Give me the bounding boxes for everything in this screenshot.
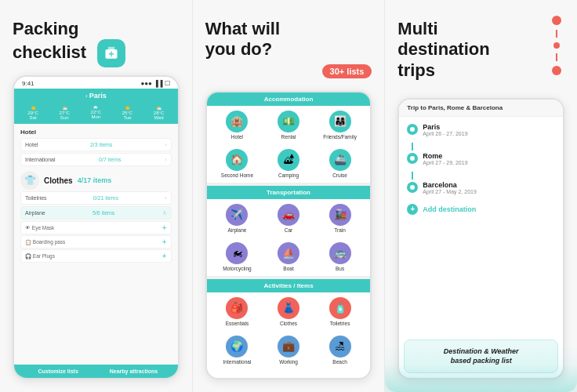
camping-icon: 🏕 [278,149,299,171]
rome-stop-icon [407,153,418,164]
hotel-item[interactable]: Hotel 2/3 items › [20,138,172,151]
rome-dates: April 27 - 29, 2019 [423,160,467,165]
grid-item-motorcycling[interactable]: 🏍 Motorcycling [213,242,262,271]
cruise-icon: 🚢 [329,149,351,171]
transportation-row-1: ✈️ Airplane 🚗 Car 🚂 Train [207,199,371,238]
trip-title: Trip to Paris, Rome & Barcelona [407,104,555,111]
nearby-attractions-button[interactable]: Nearby attractions [96,368,171,374]
second-home-icon: 🏠 [226,149,248,171]
grid-item-cruise[interactable]: 🚢 Cruise [316,149,365,178]
activities-row-1: 🎒 Essentials 👗 Clothes 🧴 Toiletries [207,292,371,331]
panel2-title-line2: you do? [205,39,273,59]
dot-top [552,16,561,25]
essentials-icon: 🎒 [226,297,248,319]
panel3-title-line3: trips [397,60,435,80]
grid-item-toiletries[interactable]: 🧴 Toiletries [316,297,365,326]
international-grid-icon: 🌍 [226,336,248,358]
status-time: 9:41 [22,80,34,87]
panel3-title: Multi destination trips [397,19,564,81]
customize-lists-button[interactable]: Customize lists [20,368,96,374]
panel-packing-checklist: Packing checklist 9:41 ●●● ▐▐ ☐ ‹ Paris [0,0,192,392]
grid-item-beach[interactable]: 🏖 Beach [316,336,365,365]
add-boarding-icon[interactable]: + [162,238,167,246]
panel-what-will-you-do: What will you do? 30+ lists Accommodatio… [192,0,385,392]
paris-name: Paris [423,123,467,131]
barcelona-stop-icon [407,182,418,193]
grid-item-bus[interactable]: 🚌 Bus [316,242,365,271]
phone-mockup-1: 9:41 ●●● ▐▐ ☐ ‹ Paris ☀️ 29°C Sat ⛅ 27°C… [13,75,180,379]
bus-icon: 🚌 [329,242,351,264]
weather-banner-text: Destination & Weatherbased packing list [412,347,550,366]
grid-item-hotel[interactable]: 🏨 Hotel [213,111,262,140]
trip-stop-paris[interactable]: Paris April 26 - 27, 2019 [407,123,555,136]
international-item[interactable]: International 0/7 items › [20,153,172,166]
panel3-title-line2: destination [397,39,489,59]
panel3-title-line1: Multi [397,19,437,38]
grid-item-airplane[interactable]: ✈️ Airplane [213,204,262,233]
trip-stop-rome[interactable]: Rome April 27 - 29, 2019 [407,152,555,165]
phone-footer: Customize lists Nearby attractions [14,365,178,378]
grid-item-friends[interactable]: 👨‍👩‍👧 Friends/Family [316,111,365,140]
accommodation-row-2: 🏠 Second Home 🏕 Camping 🚢 Cruise [207,144,371,183]
panel1-title-text: Packing [13,19,78,38]
lists-badge: 30+ lists [322,64,372,78]
hotel-icon: 🏨 [226,111,248,132]
weather-day-2: ⛅ 27°C Sun [59,105,69,120]
dot-line-2 [556,53,557,61]
train-icon: 🚂 [329,204,351,226]
trip-phone: Trip to Paris, Rome & Barcelona Paris Ap… [397,98,564,379]
clothes-grid-icon: 👗 [278,297,299,319]
boat-icon: ⛵ [278,242,299,264]
grid-item-car[interactable]: 🚗 Car [264,204,313,233]
motorcycling-icon: 🏍 [226,242,248,264]
sub-item-eye-mask[interactable]: 👁 Eye Mask + [20,221,172,234]
add-destination-icon: + [407,204,418,215]
phone-header-city: ‹ Paris [14,89,178,103]
grid-phone: Accommodation 🏨 Hotel 💵 Rental 👨‍👩‍👧 Fri… [205,91,372,379]
trip-header-bar: Trip to Paris, Rome & Barcelona [399,100,563,117]
add-destination-label: Add destination [423,205,476,213]
dot-line-1 [556,30,557,38]
grid-item-second-home[interactable]: 🏠 Second Home [213,149,262,178]
status-bar: 9:41 ●●● ▐▐ ☐ [14,77,178,89]
connector-1 [412,143,413,151]
dots-decoration [552,16,561,75]
add-eye-mask-icon[interactable]: + [162,223,167,232]
airplane-item[interactable]: Airplane 5/6 items ∧ [20,206,172,220]
clothes-icon: 👕 [20,171,39,190]
transportation-row-2: 🏍 Motorcycling ⛵ Boat 🚌 Bus [207,238,371,276]
toiletries-grid-icon: 🧴 [329,297,351,319]
paris-dates: April 26 - 27, 2019 [423,131,467,136]
city-name: Paris [89,92,107,100]
friends-icon: 👨‍👩‍👧 [329,111,351,132]
status-icons: ●●● ▐▐ ☐ [140,80,169,87]
panel2-title-line1: What will [205,19,280,38]
sub-item-ear-plugs[interactable]: 🎧 Ear Plugs + [20,249,172,263]
panel2-title: What will you do? [205,19,372,60]
paris-stop-icon [407,124,418,135]
weather-banner: Destination & Weatherbased packing list [404,339,558,373]
dot-bottom [552,66,561,75]
grid-item-camping[interactable]: 🏕 Camping [264,149,313,178]
phone-body: Hotel Hotel 2/3 items › International 0/… [14,124,178,365]
add-ear-plugs-icon[interactable]: + [162,252,167,260]
grid-item-rental[interactable]: 💵 Rental [264,111,313,140]
trip-stop-barcelona[interactable]: Barcelona April 27 - May 2, 2019 [407,181,555,194]
accommodation-header: Accommodation [207,93,371,106]
grid-item-international[interactable]: 🌍 International [213,336,262,365]
toiletries-item[interactable]: Toiletries 0/21 items › [20,191,172,205]
dot-middle [553,42,560,49]
add-destination-row[interactable]: + Add destination [407,201,555,218]
beach-icon: 🏖 [329,336,351,358]
grid-item-essentials[interactable]: 🎒 Essentials [213,297,262,326]
grid-item-working[interactable]: 💼 Working [264,336,313,365]
weather-row: ☀️ 29°C Sat ⛅ 27°C Sun 🌧 22°C Mon ☀️ 25°… [14,103,178,124]
panel1-title-line2: checklist [13,42,86,62]
grid-item-boat[interactable]: ⛵ Boat [264,242,313,271]
hotel-section: Hotel [20,129,172,136]
rental-icon: 💵 [278,111,299,132]
weather-day-4: ☀️ 25°C Tue [122,105,132,120]
sub-item-boarding[interactable]: 📋 Boarding pass + [20,235,172,249]
grid-item-train[interactable]: 🚂 Train [316,204,365,233]
grid-item-clothes[interactable]: 👗 Clothes [264,297,313,326]
